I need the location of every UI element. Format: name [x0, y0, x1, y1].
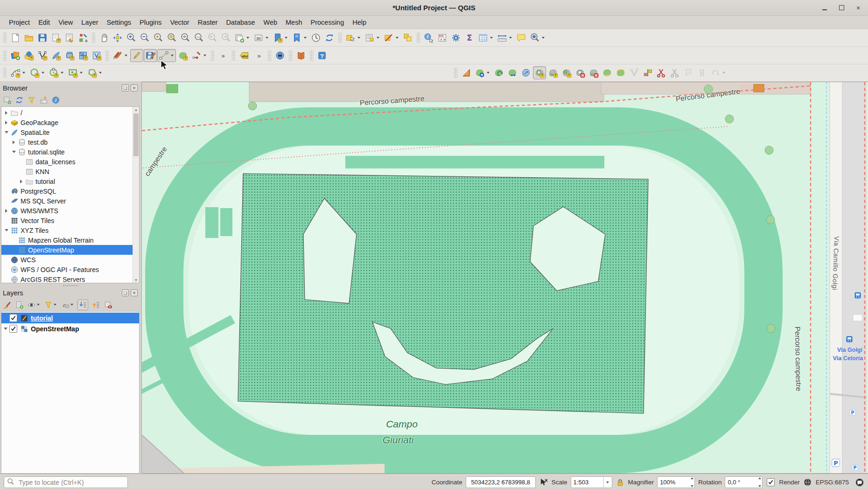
menu-project[interactable]: Project	[5, 17, 34, 28]
create-circle-button[interactable]: *	[28, 66, 47, 79]
scale-dropdown-icon[interactable]	[603, 477, 612, 488]
toolbar-overflow-2-button[interactable]: »	[252, 49, 266, 62]
crs-globe-icon[interactable]	[803, 478, 812, 487]
layers-float-button[interactable]: ❏	[122, 289, 129, 296]
tree-item-tutorial-sqlite[interactable]: tutorial.sqlite	[1, 147, 133, 157]
style-manager-button[interactable]: a	[77, 31, 90, 44]
help-contents-button[interactable]: ?	[315, 49, 329, 62]
add-spatialite-layer-button[interactable]: *	[49, 49, 63, 62]
map-tips-button[interactable]	[515, 31, 528, 44]
layer-labeling-options-button[interactable]: abc	[238, 49, 251, 62]
log-messages-icon[interactable]	[855, 478, 864, 487]
select-features-dropdown-icon[interactable]	[357, 37, 360, 39]
tree-item-wfs-ogc-api-features[interactable]: VWFS / OGC API - Features	[1, 265, 133, 274]
expand-arrow-icon[interactable]	[3, 208, 9, 214]
tree-item-geopackage[interactable]: GeoPackage	[1, 118, 133, 127]
rotation-spinner[interactable]: 0,0 °	[725, 476, 763, 488]
save-layer-edits-button[interactable]	[144, 49, 157, 62]
new-map-view-button[interactable]	[233, 31, 252, 44]
scrollbar-thumb[interactable]	[133, 113, 139, 156]
run-feature-action-button[interactable]	[436, 31, 449, 44]
new-project-button[interactable]	[9, 31, 22, 44]
vertex-tool-dropdown-icon[interactable]	[203, 55, 206, 56]
add-vector-layer-button[interactable]: *	[90, 49, 103, 62]
scroll-up-arrow[interactable]: ▲	[133, 107, 139, 112]
show-spatial-bookmarks-dropdown-icon[interactable]	[304, 37, 307, 39]
filter-by-expression-button[interactable]: ε	[61, 300, 74, 309]
zoom-out-button[interactable]	[138, 31, 151, 44]
toolbar-drag-handle[interactable]	[232, 50, 235, 61]
collapse-arrow-icon[interactable]	[2, 326, 8, 332]
split-parts-button[interactable]	[655, 66, 668, 79]
create-regular-polygon-dropdown-icon[interactable]	[99, 72, 102, 74]
menu-help[interactable]: Help	[348, 17, 371, 28]
rotate-feature-button[interactable]	[492, 66, 505, 79]
create-circular-string-button[interactable]: *	[9, 66, 28, 79]
menu-mesh[interactable]: Mesh	[281, 17, 306, 28]
zoom-to-coordinates-dropdown-icon[interactable]	[542, 37, 545, 39]
save-project-button[interactable]	[36, 31, 49, 44]
select-features-button[interactable]	[344, 31, 363, 44]
expand-all-layers-button[interactable]	[77, 300, 88, 310]
enable-advanced-digitizing-button[interactable]	[460, 66, 473, 79]
collapse-arrow-icon[interactable]	[3, 227, 9, 233]
tree-item-wcs[interactable]: WCS	[1, 255, 133, 265]
layer-item-openstreetmap[interactable]: OpenStreetMap	[1, 323, 139, 334]
delete-ring-button[interactable]	[574, 66, 587, 79]
toolbar-drag-handle[interactable]	[92, 33, 95, 43]
trim-extend-feature-button[interactable]	[641, 66, 654, 79]
menu-settings[interactable]: Settings	[103, 17, 135, 28]
reshape-features-button[interactable]	[614, 66, 627, 79]
toolbar-drag-handle[interactable]	[417, 33, 420, 43]
toolbar-drag-handle[interactable]	[338, 33, 342, 43]
tree-item-spatialite[interactable]: SpatiaLite	[1, 127, 133, 137]
expand-arrow-icon[interactable]	[3, 119, 9, 126]
show-spatial-bookmarks-button[interactable]	[290, 31, 309, 44]
filter-legend-dropdown-icon[interactable]	[54, 304, 56, 306]
new-map-view-dropdown-icon[interactable]	[246, 37, 249, 39]
refresh-map-button[interactable]	[323, 31, 336, 44]
toolbar-drag-handle[interactable]	[310, 50, 313, 61]
tree-item-xyz-tiles[interactable]: XYZ Tiles	[1, 225, 133, 235]
expand-arrow-icon[interactable]	[11, 139, 17, 145]
delete-part-button[interactable]	[587, 66, 600, 79]
filter-legend-button[interactable]	[44, 300, 57, 309]
render-checkbox[interactable]	[767, 478, 775, 486]
menu-vector[interactable]: Vector	[166, 17, 194, 28]
lock-scale-icon[interactable]	[616, 478, 625, 487]
toolbar-drag-handle[interactable]	[454, 68, 457, 78]
new-3d-map-view-dropdown-icon[interactable]	[266, 37, 268, 39]
create-regular-polygon-button[interactable]: *	[85, 66, 104, 79]
toolbar-drag-handle[interactable]	[3, 50, 7, 61]
new-print-layout-button[interactable]: *	[49, 31, 63, 44]
browser-float-button[interactable]: ❏	[122, 84, 129, 91]
tree-item-ms-sql-server[interactable]: MS SQL Server	[1, 196, 133, 206]
add-wfs-layer-button[interactable]: *	[36, 49, 49, 62]
tree-item-vector-tiles[interactable]: Vector Tiles	[1, 216, 133, 225]
pan-to-selection-button[interactable]	[111, 31, 124, 44]
toolbar-drag-handle[interactable]	[289, 50, 292, 61]
remove-layer-button[interactable]	[104, 300, 112, 309]
measure-line-button[interactable]	[496, 31, 514, 44]
deselect-features-button[interactable]	[382, 31, 401, 44]
osm-place-search-plugin-button[interactable]	[294, 49, 308, 62]
zoom-to-coordinates-button[interactable]	[528, 31, 547, 44]
open-attribute-table-dropdown-icon[interactable]	[490, 37, 493, 39]
select-all-features-button[interactable]	[401, 31, 414, 44]
toolbar-drag-handle[interactable]	[105, 50, 109, 61]
layers-close-button[interactable]: ✕	[131, 289, 138, 296]
tree-item-postgresql[interactable]: PostgreSQL	[1, 186, 133, 196]
current-edits-dropdown-icon[interactable]	[125, 55, 127, 56]
toggle-editing-button[interactable]	[130, 49, 143, 62]
new-3d-map-view-button[interactable]: 3D	[252, 31, 271, 44]
show-properties-button[interactable]: i	[51, 96, 60, 105]
create-rectangle-button[interactable]: *	[66, 66, 85, 79]
select-features-by-value-button[interactable]	[363, 31, 382, 44]
menu-web[interactable]: Web	[259, 17, 281, 28]
vertex-tool-button[interactable]	[190, 49, 209, 62]
fill-ring-button[interactable]: *	[533, 66, 546, 79]
move-feature-button[interactable]	[473, 66, 492, 79]
create-rectangle-dropdown-icon[interactable]	[80, 72, 83, 74]
create-circular-string-dropdown-icon[interactable]	[22, 72, 25, 74]
open-project-button[interactable]	[22, 31, 35, 44]
